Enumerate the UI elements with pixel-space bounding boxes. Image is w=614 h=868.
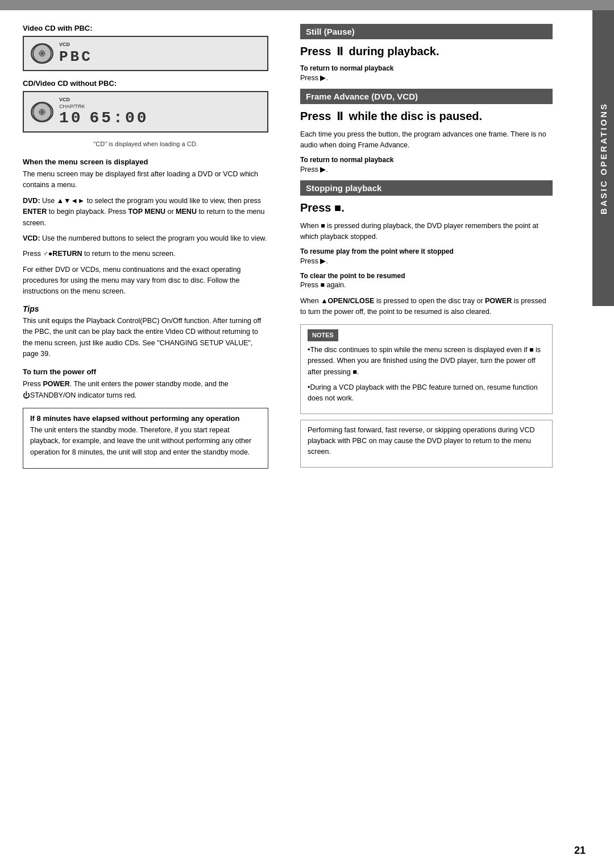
frame-advance-return-text: Press ▶. <box>300 165 553 173</box>
vcd2-disc-icon <box>31 102 53 122</box>
clear-text2: When ▲OPEN/CLOSE is pressed to open the … <box>300 296 553 318</box>
frame-advance-description: Each time you press the button, the prog… <box>300 129 553 151</box>
cd-video-no-pbc-section: CD/Video CD without PBC: VCD CHAP/TRK 10 <box>23 79 268 147</box>
notes-section: NOTES •The disc continues to spin while … <box>300 324 580 414</box>
dvd-instruction: DVD: Use ▲▼◄► to select the program you … <box>23 196 268 229</box>
menu-screen-para2: For either DVD or VCDs, menu continuatio… <box>23 264 268 297</box>
cd-video-no-pbc-display: VCD CHAP/TRK 10 65:00 <box>23 91 268 133</box>
top-bar <box>0 0 614 10</box>
notice-text: Performing fast forward, fast reverse, o… <box>308 425 545 458</box>
pbc-display-text: PBC <box>59 48 93 65</box>
warning-title: If 8 minutes have elapsed without perfor… <box>30 414 261 423</box>
clear-label: To clear the point to be resumed <box>300 272 553 280</box>
stopping-playback-section: Stopping playback Press ■. When ■ is pre… <box>300 180 580 318</box>
svg-point-5 <box>41 111 43 113</box>
track-number-display: 10 <box>59 109 83 127</box>
video-cd-pbc-label: Video CD with PBC: <box>23 24 268 32</box>
power-off-title: To turn the power off <box>23 367 268 376</box>
still-pause-return-label: To return to normal playback <box>300 64 553 72</box>
frame-advance-return-label: To return to normal playback <box>300 156 553 164</box>
clear-text1: Press ■ again. <box>300 281 553 289</box>
still-pause-header: Still (Pause) <box>300 24 553 39</box>
power-off-section: To turn the power off Press POWER. The u… <box>23 367 268 401</box>
resume-text: Press ▶. <box>300 257 553 265</box>
return-instruction: Press ♂●RETURN to return to the menu scr… <box>23 249 268 259</box>
tips-title: Tips <box>23 304 268 313</box>
page-number: 21 <box>574 845 586 857</box>
basic-operations-tab: BASIC OPERATIONS <box>592 10 614 306</box>
right-column: BASIC OPERATIONS Still (Pause) Press ⏸ d… <box>284 10 614 489</box>
menu-screen-para1: The menu screen may be displayed first a… <box>23 169 268 191</box>
left-column: Video CD with PBC: VCD PBC CD/Video CD w… <box>0 10 284 489</box>
tips-section: Tips This unit equips the Playback Contr… <box>23 304 268 360</box>
still-pause-instruction: Press ⏸ during playback. <box>300 44 553 59</box>
warning-box: If 8 minutes have elapsed without perfor… <box>23 408 268 469</box>
menu-screen-title: When the menu screen is displayed <box>23 158 268 166</box>
cd-caption: "CD" is displayed when loading a CD. <box>23 140 268 147</box>
warning-text: The unit enters the standby mode. Theref… <box>30 425 261 458</box>
tips-para1: This unit equips the Playback Control(PB… <box>23 316 268 360</box>
frame-advance-section: Frame Advance (DVD, VCD) Press ⏸ while t… <box>300 89 580 173</box>
power-off-text: Press POWER. The unit enters the power s… <box>23 379 268 401</box>
notice-box: Performing fast forward, fast reverse, o… <box>300 420 553 468</box>
cd-video-no-pbc-label: CD/Video CD without PBC: <box>23 79 268 88</box>
vcd-disc-icon <box>31 43 53 64</box>
side-tab-label: BASIC OPERATIONS <box>599 102 608 214</box>
video-cd-pbc-section: Video CD with PBC: VCD PBC <box>23 24 268 71</box>
stopping-playback-description: When ■ is pressed during playback, the D… <box>300 221 553 243</box>
note2: •During a VCD playback with the PBC feat… <box>308 382 545 404</box>
notes-box: NOTES •The disc continues to spin while … <box>300 324 553 414</box>
vcd-instruction: VCD: Use the numbered buttons to select … <box>23 233 268 244</box>
menu-screen-section: When the menu screen is displayed The me… <box>23 158 268 297</box>
still-pause-section: Still (Pause) Press ⏸ during playback. T… <box>300 24 580 82</box>
stopping-playback-instruction: Press ■. <box>300 200 553 215</box>
note1: •The disc continues to spin while the me… <box>308 345 545 378</box>
notice-section: Performing fast forward, fast reverse, o… <box>300 420 580 468</box>
resume-label: To resume play from the point where it s… <box>300 247 553 255</box>
svg-point-2 <box>41 52 43 55</box>
notes-header: NOTES <box>308 329 338 341</box>
stopping-playback-header: Stopping playback <box>300 180 553 196</box>
time-display: 65:00 <box>90 109 149 127</box>
video-cd-pbc-display: VCD PBC <box>23 36 268 71</box>
frame-advance-instruction: Press ⏸ while the disc is paused. <box>300 109 553 123</box>
frame-advance-header: Frame Advance (DVD, VCD) <box>300 89 553 104</box>
still-pause-return-text: Press ▶. <box>300 73 553 82</box>
